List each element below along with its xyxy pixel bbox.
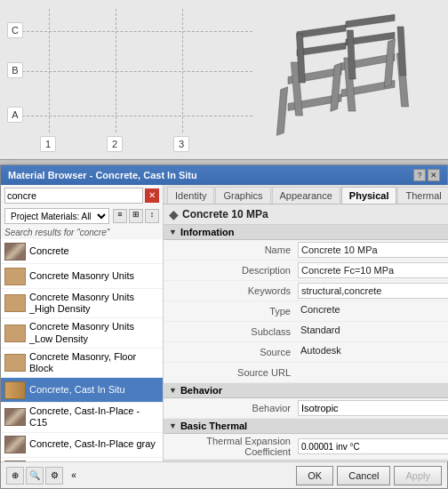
search-input[interactable] xyxy=(4,188,143,204)
material-item-cast-c15[interactable]: Concrete, Cast-In-Place - C15 xyxy=(1,403,163,432)
grid-label-c: C xyxy=(7,22,23,38)
tab-physical[interactable]: Physical xyxy=(341,187,397,204)
settings-button[interactable]: ⚙ xyxy=(45,467,63,485)
section-information[interactable]: ▼ Information xyxy=(164,225,448,240)
prop-subclass: Subclass Standard xyxy=(164,322,448,342)
material-item-masonry-low[interactable]: Concrete Masonry Units _Low Density xyxy=(1,318,163,348)
prop-description-value[interactable] xyxy=(298,262,448,278)
prop-source-url: Source URL xyxy=(164,363,448,383)
prop-source-url-label: Source URL xyxy=(169,367,298,378)
bottom-icons: ⊕ 🔍 ⚙ xyxy=(6,467,63,485)
material-name: Concrete xyxy=(29,245,69,257)
left-panel: ✕ Project Materials: All ≡ ⊞ ↕ Search re… xyxy=(1,185,164,461)
prop-description-label: Description xyxy=(169,265,298,276)
grid-view-button[interactable]: ⊞ xyxy=(129,209,143,223)
properties-panel: ▼ Information Name Description Keywords … xyxy=(164,225,448,461)
concrete-icon xyxy=(4,461,26,461)
concrete-icon xyxy=(4,436,26,453)
material-header-icon: ◆ xyxy=(169,207,179,221)
prop-subclass-label: Subclass xyxy=(169,326,298,337)
section-mechanical[interactable]: ▼ Mechanical xyxy=(164,460,448,461)
material-item-cast-gray[interactable]: Concrete, Cast-In-Place gray xyxy=(1,433,163,458)
prop-type: Type Concrete xyxy=(164,301,448,322)
prop-thermal-expansion-label: Thermal Expansion Coefficient xyxy=(169,436,298,457)
prop-description: Description xyxy=(164,261,448,281)
material-name: Concrete, Cast-In-Place - C15 xyxy=(29,405,159,429)
cancel-button[interactable]: Cancel xyxy=(337,466,390,485)
ok-button[interactable]: OK xyxy=(296,466,333,485)
material-name: Concrete Masonry Units _Low Density xyxy=(29,321,159,344)
collapse-arrow-behavior: ▼ xyxy=(169,386,177,395)
material-item-masonry-units[interactable]: Concrete Masonry Units xyxy=(1,264,163,289)
grid-label-1: 1 xyxy=(40,136,56,152)
tab-graphics[interactable]: Graphics xyxy=(215,187,270,204)
prop-behavior: Behavior Isotropic ▾ xyxy=(164,398,448,419)
list-view-button[interactable]: ≡ xyxy=(113,209,127,223)
dialog-bottom-bar: ⊕ 🔍 ⚙ « OK Cancel Apply xyxy=(1,461,447,488)
masonry-icon xyxy=(4,354,26,372)
material-name: Concrete Masonry Units _High Density xyxy=(29,292,159,315)
material-item-masonry-high[interactable]: Concrete Masonry Units _High Density xyxy=(1,289,163,318)
prop-thermal-expansion-value: ▲ ▼ xyxy=(298,438,448,454)
collapse-arrow-info: ▼ xyxy=(169,228,177,236)
section-information-label: Information xyxy=(180,227,235,237)
prop-keywords: Keywords xyxy=(164,281,448,301)
prop-behavior-label: Behavior xyxy=(169,403,298,413)
tab-identity[interactable]: Identity xyxy=(167,187,214,204)
prop-source-label: Source xyxy=(169,347,298,357)
grid-label-a: A xyxy=(7,107,23,123)
concrete-icon xyxy=(4,408,26,426)
collapse-panel-button[interactable]: « xyxy=(67,470,81,480)
search-online-button[interactable]: 🔍 xyxy=(26,467,44,485)
tab-appearance[interactable]: Appearance xyxy=(272,187,340,204)
dialog-title: Material Browser - Concrete, Cast In Sit… xyxy=(8,170,197,180)
search-row: ✕ xyxy=(1,185,163,206)
search-results-label: Search results for "concre" xyxy=(1,226,163,239)
viewport-area: C B A 1 2 3 xyxy=(0,0,448,160)
svg-rect-11 xyxy=(346,14,395,28)
section-basic-thermal[interactable]: ▼ Basic Thermal xyxy=(164,419,448,434)
grid-label-2: 2 xyxy=(107,136,123,152)
material-item-cast-in-situ[interactable]: Concrete, Cast In Situ xyxy=(1,378,163,403)
project-materials-filter[interactable]: Project Materials: All xyxy=(4,208,109,224)
material-item-masonry-floor[interactable]: Concrete Masonry, Floor Block xyxy=(1,349,163,378)
masonry-icon xyxy=(4,325,26,342)
dialog-controls: ? ✕ xyxy=(413,169,440,181)
grid-label-b: B xyxy=(7,62,23,78)
right-panel: Identity Graphics Appearance Physical Th… xyxy=(164,185,448,461)
tab-thermal[interactable]: Thermal xyxy=(397,187,448,204)
material-item-concrete[interactable]: Concrete xyxy=(1,239,163,264)
help-button[interactable]: ? xyxy=(413,169,426,181)
section-behavior-label: Behavior xyxy=(180,385,222,396)
prop-behavior-value[interactable]: Isotropic ▾ xyxy=(298,400,448,416)
material-name: Concrete Masonry, Floor Block xyxy=(29,351,159,374)
masonry-icon xyxy=(4,268,26,285)
cast-in-situ-icon xyxy=(4,381,26,399)
material-header-name: Concrete 10 MPa xyxy=(182,208,268,220)
thermal-expansion-input[interactable] xyxy=(298,438,448,454)
svg-rect-7 xyxy=(276,87,287,136)
prop-name-label: Name xyxy=(169,244,298,255)
prop-type-value: Concrete xyxy=(298,303,448,319)
prop-name-value[interactable] xyxy=(298,242,448,258)
apply-button[interactable]: Apply xyxy=(394,466,442,485)
material-item-precast[interactable]: Concrete, Precast xyxy=(1,458,163,462)
search-clear-button[interactable]: ✕ xyxy=(145,188,159,203)
sort-button[interactable]: ↕ xyxy=(145,209,159,223)
svg-rect-12 xyxy=(297,43,346,56)
prop-keywords-value[interactable] xyxy=(298,283,448,299)
section-behavior[interactable]: ▼ Behavior xyxy=(164,383,448,398)
structure-3d-view xyxy=(270,9,430,151)
grid-line-1 xyxy=(49,9,50,132)
close-button[interactable]: ✕ xyxy=(428,169,440,181)
material-header: ◆ Concrete 10 MPa xyxy=(164,204,448,225)
tabs-row: Identity Graphics Appearance Physical Th… xyxy=(164,185,448,204)
material-name: Concrete Masonry Units xyxy=(29,270,134,282)
material-list: Concrete Concrete Masonry Units Concrete… xyxy=(1,239,163,461)
add-material-button[interactable]: ⊕ xyxy=(6,467,24,485)
prop-keywords-label: Keywords xyxy=(169,285,298,296)
prop-subclass-value: Standard xyxy=(298,324,448,340)
filter-icons: ≡ ⊞ ↕ xyxy=(113,209,159,223)
dialog-titlebar: Material Browser - Concrete, Cast In Sit… xyxy=(1,165,447,185)
prop-source-url-value xyxy=(298,365,448,381)
